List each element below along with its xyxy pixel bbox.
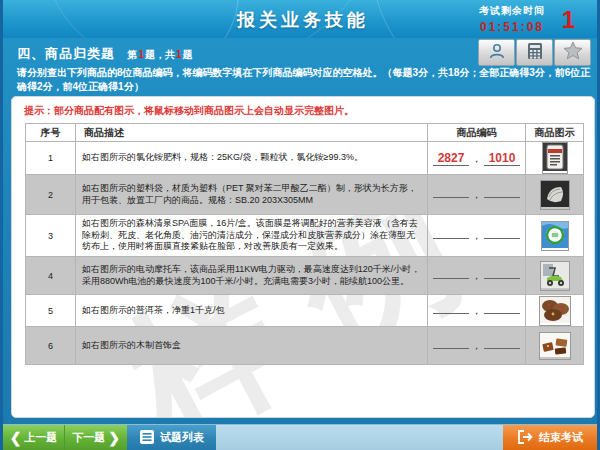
product-description: 如右图所示的木制首饰盒 [76, 327, 428, 365]
product-description: 如右图所示的氯化铵肥料，规格：25KG/袋，颗粒状，氯化铵≥99.3%。 [76, 142, 428, 175]
code-second-input[interactable] [484, 278, 520, 279]
calculator-icon [527, 42, 543, 64]
section-title: 四、商品归类题 [17, 46, 115, 61]
code-input-cell[interactable]: ， [428, 257, 526, 295]
product-description: 如右图所示的普洱茶，净重1千克/包 [76, 295, 428, 327]
product-description: 如右图所示的电动摩托车，该商品采用11KW电力驱动，最高速度达到120千米/小时… [76, 257, 428, 295]
table-row: 2 如右图所示的塑料袋，材质为塑料（PET 聚对苯二甲酸乙二酯）制，形状为长方形… [26, 175, 584, 215]
wooden-jewelry-box-photo[interactable] [539, 332, 571, 360]
exit-icon [517, 430, 533, 446]
question-nav: ❮ 上一题 下一题 ❯ [3, 425, 127, 450]
products-table: 序号 商品描述 商品编码 商品图示 1 如右图所示的氯化铵肥料，规格：25KG/… [25, 123, 584, 365]
face-mask-photo[interactable] [541, 221, 569, 251]
exam-timer: 考试剩余时间 01:51:08 [479, 4, 545, 34]
progress-total: 1 [175, 49, 183, 60]
user-info-button[interactable] [478, 39, 515, 66]
hint-text: 提示：部分商品配有图示，将鼠标移动到商品图示上会自动显示完整图片。 [24, 104, 594, 118]
electric-scooter-photo[interactable] [540, 261, 570, 291]
exam-window: 报关业务技能 考试剩余时间 01:51:08 1 四、商品归类题 第1题，共1题 [0, 0, 600, 450]
next-question-label: 下一题 [72, 430, 105, 445]
column-header-desc: 商品描述 [76, 124, 428, 142]
code-input-cell[interactable]: ， [428, 327, 526, 365]
code-separator: ， [471, 338, 482, 353]
code-input-cell[interactable]: ， [428, 215, 526, 257]
puer-tea-photo[interactable] [539, 296, 571, 326]
code-first-input[interactable] [433, 348, 469, 349]
list-icon [139, 429, 155, 447]
table-row: 1 如右图所示的氯化铵肥料，规格：25KG/袋，颗粒状，氯化铵≥99.3%。 2… [26, 142, 584, 175]
fertilizer-bag-photo[interactable] [542, 142, 568, 174]
code-first-input[interactable] [433, 278, 469, 279]
column-header-image: 商品图示 [526, 124, 584, 142]
progress-prefix: 第 [127, 49, 137, 60]
code-separator: ， [471, 228, 482, 243]
previous-question-button[interactable]: ❮ 上一题 [3, 425, 65, 450]
code-first-input[interactable]: 2827 [433, 152, 469, 166]
star-icon [563, 41, 583, 64]
instructions-text: 请分别查出下列商品的8位商品编码，将编码数字填在下列商品编码对应的空格处。（每题… [17, 66, 593, 93]
row-number: 5 [26, 295, 76, 327]
code-first-input[interactable] [433, 238, 469, 239]
question-list-label: 试题列表 [160, 430, 204, 445]
question-list-button[interactable]: 试题列表 [127, 425, 216, 450]
progress-suffix: 题 [183, 49, 193, 60]
table-row: 4 如右图所示的电动摩托车，该商品采用11KW电力驱动，最高速度达到120千米/… [26, 257, 584, 295]
code-separator: ， [471, 151, 482, 166]
code-second-input[interactable] [484, 313, 520, 314]
user-icon [488, 42, 506, 64]
favorite-button[interactable] [554, 39, 591, 66]
code-second-input[interactable]: 1010 [484, 152, 520, 166]
row-number: 6 [26, 327, 76, 365]
timer-value: 01:51:08 [479, 20, 545, 34]
code-second-input[interactable] [484, 238, 520, 239]
chevron-left-icon: ❮ [10, 431, 22, 445]
table-row: 3 如右图所示的森林清泉SPA面膜，16片/盒。该面膜是将调配好的营养美容液（含… [26, 215, 584, 257]
footer-spacer [216, 425, 503, 450]
plastic-bag-photo[interactable] [540, 180, 570, 210]
code-first-input[interactable] [433, 197, 469, 198]
code-first-input[interactable] [433, 313, 469, 314]
chevron-right-icon: ❯ [108, 431, 120, 445]
attempt-counter: 1 [562, 6, 575, 34]
code-separator: ， [471, 187, 482, 202]
progress-middle: 题，共 [145, 49, 175, 60]
end-exam-button[interactable]: 结束考试 [503, 425, 597, 450]
header-bar: 报关业务技能 考试剩余时间 01:51:08 1 [3, 0, 600, 38]
question-panel: 提示：部分商品配有图示，将鼠标移动到商品图示上会自动显示完整图片。 序号 商品描… [11, 96, 595, 418]
row-number: 3 [26, 215, 76, 257]
product-description: 如右图所示的森林清泉SPA面膜，16片/盒。该面膜是将调配好的营养美容液（含有去… [76, 215, 428, 257]
code-input-cell[interactable]: ， [428, 175, 526, 215]
code-second-input[interactable] [484, 348, 520, 349]
row-number: 4 [26, 257, 76, 295]
code-input-cell[interactable]: ， [428, 295, 526, 327]
previous-question-label: 上一题 [24, 430, 57, 445]
code-input-cell[interactable]: 2827，1010 [428, 142, 526, 175]
calculator-button[interactable] [516, 39, 553, 66]
question-progress: 第1题，共1题 [127, 49, 192, 60]
next-question-button[interactable]: 下一题 ❯ [65, 425, 127, 450]
section-header: 四、商品归类题 第1题，共1题 [17, 44, 193, 63]
column-header-code: 商品编码 [428, 124, 526, 142]
code-separator: ， [471, 268, 482, 283]
table-header-row: 序号 商品描述 商品编码 商品图示 [26, 124, 584, 142]
timer-label: 考试剩余时间 [479, 4, 545, 18]
table-row: 5 如右图所示的普洱茶，净重1千克/包 ， [26, 295, 584, 327]
product-description: 如右图所示的塑料袋，材质为塑料（PET 聚对苯二甲酸乙二酯）制，形状为长方形，用… [76, 175, 428, 215]
column-header-no: 序号 [26, 124, 76, 142]
row-number: 2 [26, 175, 76, 215]
table-row: 6 如右图所示的木制首饰盒 ， [26, 327, 584, 365]
end-exam-label: 结束考试 [539, 430, 583, 445]
row-number: 1 [26, 142, 76, 175]
progress-current: 1 [137, 49, 145, 60]
code-separator: ， [471, 303, 482, 318]
code-second-input[interactable] [484, 197, 520, 198]
toolbar [477, 39, 591, 66]
footer-bar: ❮ 上一题 下一题 ❯ 试题列表 结束考试 [3, 424, 600, 450]
